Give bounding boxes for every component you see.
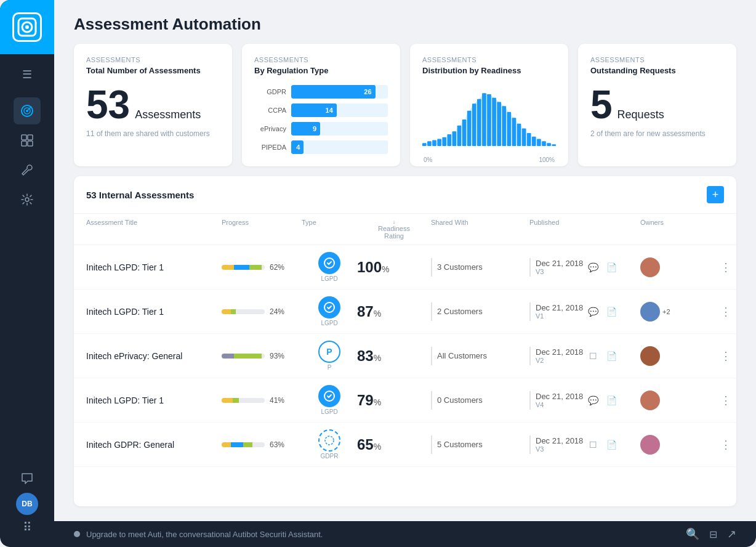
expand-footer-icon[interactable]: ↗	[727, 527, 736, 541]
svg-rect-18	[452, 131, 457, 146]
pct-symbol: %	[382, 264, 389, 274]
user-avatar[interactable]: DB	[16, 493, 38, 515]
pub-version: V1	[536, 312, 583, 320]
action-icons: 💬 📄	[585, 260, 619, 275]
svg-rect-27	[497, 102, 501, 147]
card1-title: Total Number of Assessments	[86, 66, 220, 75]
table-row: Initech LGPD: Tier 1 24% LGPD 87% 2 Cust…	[74, 290, 736, 334]
more-actions-button[interactable]: ⋮	[720, 305, 736, 318]
avatar	[640, 257, 660, 277]
chat-icon[interactable]	[21, 472, 33, 488]
shared-col: 0 Customers	[431, 391, 529, 410]
assessment-title: Initech LGPD: Tier 1	[86, 395, 222, 405]
svg-rect-10	[28, 141, 33, 146]
col-shared: Shared With	[431, 219, 529, 240]
regulation-bar-chart: GDPR 26 CCPA 14 ePrivacy 9	[254, 85, 388, 154]
footer-bar: Upgrade to meet Auti, the conversational…	[54, 521, 756, 547]
col-actions	[720, 219, 736, 240]
bar-fill: 9	[291, 122, 320, 136]
doc-action-icon[interactable]: 📄	[604, 304, 619, 319]
owners-col	[640, 346, 720, 366]
svg-rect-33	[527, 133, 531, 146]
sidebar-item-wrench[interactable]	[14, 156, 41, 184]
svg-rect-9	[22, 141, 26, 146]
total-unit: Assessments	[135, 108, 201, 121]
search-footer-icon[interactable]: 🔍	[686, 527, 699, 541]
chat-action-icon[interactable]: 💬	[585, 304, 600, 319]
published-col: Dec 21, 2018 V4 💬 📄	[529, 391, 640, 410]
card-by-regulation: Assessments By Regulation Type GDPR 26 C…	[242, 44, 400, 166]
more-actions-button[interactable]: ⋮	[720, 438, 736, 452]
col-readiness-arrow: ↓	[393, 219, 396, 225]
type-badge: LGPD	[302, 252, 357, 282]
pub-divider	[529, 436, 531, 454]
svg-rect-7	[22, 135, 26, 140]
doc-action-icon[interactable]: 📄	[604, 437, 619, 452]
published-col: Dec 21, 2018 V3 ☐ 📄	[529, 436, 640, 454]
outstanding-sub: 2 of them are for new assessments	[590, 129, 724, 138]
more-actions-button[interactable]: ⋮	[720, 394, 736, 407]
add-assessment-button[interactable]: +	[707, 186, 724, 203]
bar-value: 26	[364, 88, 371, 95]
svg-rect-31	[517, 124, 521, 146]
filter-footer-icon[interactable]: ⊟	[709, 529, 717, 540]
check-action-icon[interactable]: ☐	[585, 437, 600, 452]
avatar-plus: +2	[662, 308, 670, 315]
progress-bar	[222, 265, 265, 270]
pub-version: V2	[536, 357, 583, 364]
svg-rect-15	[437, 139, 441, 146]
readiness-rating: 79%	[357, 392, 431, 409]
sidebar-item-settings[interactable]	[14, 186, 41, 213]
col-owners: Owners	[640, 219, 720, 240]
sidebar: ☰	[0, 0, 54, 547]
shared-col: 5 Customers	[431, 436, 529, 454]
distribution-chart: 0% 100%	[422, 85, 556, 153]
progress-bar-wrap: 62%	[222, 263, 302, 272]
shared-value: All Customers	[437, 351, 487, 360]
card-outstanding: Assessments Outstanding Requests 5 Reque…	[578, 44, 736, 166]
readiness-value: 79%	[357, 392, 381, 408]
bar-value: 9	[313, 125, 316, 132]
svg-rect-22	[472, 103, 477, 146]
apps-icon[interactable]: ⠿	[23, 520, 32, 535]
owners-col	[640, 391, 720, 410]
svg-rect-21	[467, 111, 472, 146]
check-action-icon[interactable]: ☐	[585, 349, 600, 363]
col-type: Type	[302, 219, 357, 240]
svg-rect-25	[487, 94, 491, 146]
action-icons: ☐ 📄	[585, 437, 619, 452]
shared-col: All Customers	[431, 347, 529, 365]
more-actions-button[interactable]: ⋮	[720, 349, 736, 363]
doc-action-icon[interactable]: 📄	[604, 349, 619, 363]
doc-action-icon[interactable]: 📄	[604, 260, 619, 275]
published-col: Dec 21, 2018 V2 ☐ 📄	[529, 347, 640, 365]
progress-pct: 63%	[270, 440, 284, 449]
more-actions-button[interactable]: ⋮	[720, 261, 736, 274]
chat-action-icon[interactable]: 💬	[585, 393, 600, 408]
sidebar-item-grid[interactable]	[14, 127, 41, 154]
shared-col: 2 Customers	[431, 302, 529, 321]
svg-rect-12	[422, 143, 427, 146]
readiness-rating: 100%	[357, 259, 431, 276]
svg-line-6	[27, 107, 31, 111]
progress-bar-wrap: 24%	[222, 307, 302, 316]
total-sub: 11 of them are shared with customers	[86, 129, 220, 138]
avatar	[640, 435, 660, 455]
progress-bar-wrap: 93%	[222, 352, 302, 360]
hamburger-menu[interactable]: ☰	[16, 62, 38, 87]
chart-x-min: 0%	[424, 156, 432, 163]
shared-value: 3 Customers	[437, 262, 483, 272]
svg-rect-35	[537, 139, 541, 146]
doc-action-icon[interactable]: 📄	[604, 393, 619, 408]
chat-action-icon[interactable]: 💬	[585, 260, 600, 275]
regulation-bar-row: PIPEDA 4	[254, 140, 388, 154]
pub-date: Dec 21, 2018	[536, 392, 583, 401]
sidebar-item-radar[interactable]	[14, 97, 41, 124]
pub-date: Dec 21, 2018	[536, 259, 583, 268]
regulation-bar-row: ePrivacy 9	[254, 122, 388, 136]
footer-icons: 🔍 ⊟ ↗	[686, 527, 736, 541]
bar-value: 4	[296, 144, 300, 151]
card4-label: Assessments	[590, 56, 724, 63]
shared-value: 0 Customers	[437, 395, 483, 405]
action-icons: 💬 📄	[585, 304, 619, 319]
